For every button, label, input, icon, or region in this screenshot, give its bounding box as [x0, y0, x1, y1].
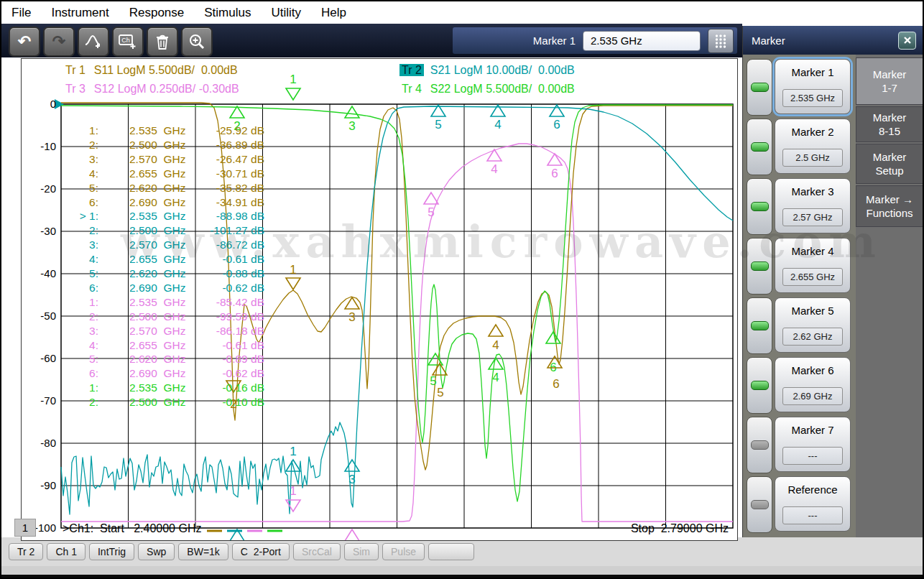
readout-frequency: 2.620 GHz — [129, 267, 185, 281]
readout-marker-number: 4: — [49, 338, 98, 353]
readout-frequency: 2.690 GHz — [129, 366, 185, 381]
readout-row: 1:2.535 GHz-85.42 dB — [22, 295, 280, 310]
chart-marker-1: 1 — [286, 73, 300, 100]
legend-tr2[interactable]: Tr 2 S21 LogM 10.00dB/ 0.00dB — [399, 64, 575, 77]
led-indicator — [751, 381, 769, 390]
panel-close-button[interactable] — [898, 32, 916, 50]
readout-marker-number: 3: — [49, 152, 98, 167]
readout-frequency: 2.655 GHz — [129, 338, 185, 353]
menu-stimulus[interactable]: Stimulus — [194, 6, 261, 20]
led-indicator — [751, 500, 769, 509]
add-channel-button[interactable]: Ch — [112, 27, 144, 57]
marker-toggle-1[interactable] — [747, 59, 772, 116]
marker-button-label: Marker 5 — [775, 305, 850, 317]
status-bar-lower-strip — [1, 566, 923, 575]
menu-file[interactable]: File — [1, 6, 41, 20]
stop-frequency-label: Stop 2.79000 GHz — [585, 522, 729, 535]
status-bw-1k[interactable]: BW=1k — [178, 543, 228, 560]
readout-marker-number: 2: — [49, 310, 98, 324]
readout-marker-number: 5: — [49, 267, 98, 281]
svg-text:1: 1 — [290, 484, 296, 498]
legend-tr1[interactable]: Tr 1 S11 LogM 5.500dB/ 0.00dB — [63, 64, 238, 77]
marker-button-value: 2.57 GHz — [782, 208, 843, 226]
delete-button[interactable] — [147, 27, 178, 57]
readout-row: 2:2.500 GHz-99.59 dB — [22, 310, 280, 324]
readout-marker-number: 2: — [49, 395, 98, 409]
status-swp[interactable]: Swp — [138, 543, 175, 560]
tab-marker-1-7[interactable]: Marker 1-7 — [856, 57, 923, 105]
svg-text:4: 4 — [492, 371, 499, 384]
readout-frequency: 2.535 GHz — [129, 124, 185, 138]
chart-marker-5: 5 — [424, 193, 438, 219]
readout-marker-number: 1: — [49, 295, 98, 310]
led-indicator — [751, 321, 769, 330]
status-sim[interactable]: Sim — [344, 543, 379, 560]
chart-marker-6: 6 — [550, 105, 564, 131]
marker-button-marker-1[interactable]: Marker 12.535 GHz — [775, 59, 851, 114]
marker-toggle-3[interactable] — [747, 178, 772, 235]
readout-marker-number: > 1: — [49, 209, 98, 223]
trace-format: S22 LogM 5.500dB/ 0.00dB — [424, 83, 575, 95]
readout-marker-number: 6: — [49, 366, 98, 381]
marker-toggle-8[interactable] — [747, 476, 772, 533]
svg-text:4: 4 — [492, 338, 499, 352]
readout-value: -0.62 dB — [178, 366, 264, 381]
marker-toggle-2[interactable] — [747, 119, 772, 175]
marker-frequency-input[interactable] — [583, 31, 701, 51]
status-c-2-port[interactable]: C 2-Port — [232, 543, 290, 560]
status-blank[interactable] — [428, 543, 474, 560]
marker-toggle-4[interactable] — [747, 238, 772, 295]
legend-tr3[interactable]: Tr 3 S12 LogM 0.250dB/ -0.30dB — [63, 83, 239, 96]
readout-row: 3:2.570 GHz-86.72 dB — [22, 238, 280, 252]
readout-value: -0.62 dB — [178, 281, 264, 295]
status-button-row: Tr 2Ch 1IntTrigSwpBW=1kC 2-PortSrcCalSim… — [9, 543, 474, 560]
zoom-button[interactable] — [181, 27, 213, 57]
marker-button-marker-4[interactable]: Marker 42.655 GHz — [775, 238, 851, 293]
status-ch-1[interactable]: Ch 1 — [47, 543, 86, 560]
marker-button-marker-2[interactable]: Marker 22.5 GHz — [775, 119, 851, 174]
marker-button-marker-7[interactable]: Marker 7--- — [775, 417, 851, 472]
readout-marker-number: 5: — [49, 352, 98, 366]
y-axis-tick-label: -50 — [26, 309, 56, 323]
marker-button-reference[interactable]: Reference--- — [775, 476, 851, 532]
menu-instrument[interactable]: Instrument — [41, 6, 119, 20]
marker-button-marker-5[interactable]: Marker 52.62 GHz — [775, 297, 851, 353]
status-inttrig[interactable]: IntTrig — [89, 543, 134, 560]
menu-response[interactable]: Response — [119, 6, 195, 20]
marker-button-marker-3[interactable]: Marker 32.57 GHz — [775, 178, 851, 233]
readout-marker-number: 2: — [49, 223, 98, 238]
tab-marker-setup[interactable]: Marker Setup — [856, 144, 923, 184]
status-bar: Tr 2Ch 1IntTrigSwpBW=1kC 2-PortSrcCalSim… — [1, 537, 923, 566]
keypad-button[interactable] — [708, 29, 734, 53]
legend-tr4[interactable]: Tr 4 S22 LogM 5.500dB/ 0.00dB — [399, 83, 575, 96]
tab-marker-8-15[interactable]: Marker 8-15 — [856, 106, 923, 142]
add-marker-button[interactable] — [78, 27, 109, 57]
readout-marker-number: 6: — [49, 195, 98, 210]
chart-marker-4: 4 — [489, 325, 503, 352]
zoom-icon — [188, 33, 205, 50]
readout-row: 4:2.655 GHz-0.61 dB — [22, 338, 280, 353]
readout-row: 4:2.655 GHz-30.71 dB — [22, 167, 280, 181]
menu-help[interactable]: Help — [311, 6, 356, 20]
tab-marker-functions[interactable]: Marker → Functions — [856, 185, 923, 227]
undo-button[interactable]: ↶ — [9, 27, 40, 57]
redo-button[interactable]: ↷ — [43, 27, 75, 57]
readout-row: 3:2.570 GHz-26.47 dB — [22, 152, 280, 167]
marker-button-label: Marker 7 — [775, 424, 850, 436]
y-axis-tick-label: -70 — [26, 394, 56, 408]
readout-marker-number: 1: — [49, 124, 98, 138]
trace-id: Tr 2 — [399, 64, 424, 76]
chart-marker-3: 3 — [345, 460, 359, 486]
chart-marker-4: 4 — [489, 358, 503, 384]
marker-toggle-6[interactable] — [747, 357, 772, 414]
menu-utility[interactable]: Utility — [261, 6, 311, 20]
chart-marker-1: 1 — [286, 263, 300, 290]
marker-toggle-5[interactable] — [747, 297, 772, 354]
marker-toggle-7[interactable] — [747, 417, 772, 473]
status-srccal[interactable]: SrcCal — [293, 543, 341, 560]
marker-button-marker-6[interactable]: Marker 62.69 GHz — [775, 357, 851, 412]
marker-button-value: 2.535 GHz — [782, 89, 843, 107]
status-pulse[interactable]: Pulse — [382, 543, 425, 560]
readout-value: -26.47 dB — [178, 152, 264, 167]
status-tr-2[interactable]: Tr 2 — [9, 543, 43, 560]
